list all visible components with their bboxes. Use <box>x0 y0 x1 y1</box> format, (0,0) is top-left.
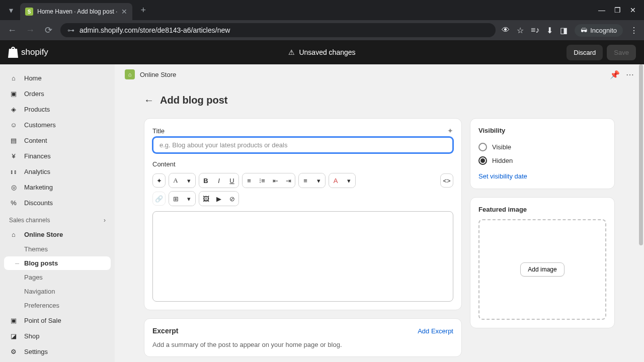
visibility-title: Visibility <box>478 127 606 134</box>
warning-icon: ⚠ <box>288 48 295 56</box>
shopify-logo[interactable]: shopify <box>8 47 48 58</box>
sidebar-item-finances[interactable]: ¥Finances <box>4 148 111 163</box>
bullet-list-button[interactable]: ≡ <box>243 173 256 188</box>
sidebar-subitem-navigation[interactable]: Navigation <box>4 285 111 298</box>
sidebar-item-online-store[interactable]: ⌂Online Store <box>4 227 111 242</box>
text-color-button[interactable]: A <box>329 173 342 188</box>
tab-title: Home Haven · Add blog post · <box>37 8 117 15</box>
finances-icon: ¥ <box>9 151 18 160</box>
incognito-badge[interactable]: 🕶 Incognito <box>575 24 623 37</box>
sidebar-item-content[interactable]: ▤Content <box>4 133 111 148</box>
site-info-icon[interactable]: ⊶ <box>67 26 74 34</box>
excerpt-title: Excerpt <box>152 327 178 335</box>
paragraph-style-button[interactable]: A <box>169 173 182 188</box>
sidebar-item-customers[interactable]: ☺Customers <box>4 117 111 132</box>
sidebar-item-analytics[interactable]: ⫾⫾Analytics <box>4 164 111 179</box>
discounts-icon: % <box>9 198 18 207</box>
kebab-menu-icon[interactable]: ⋮ <box>630 26 638 35</box>
pin-icon[interactable]: 📌 <box>610 70 620 79</box>
content-icon: ▤ <box>9 136 18 145</box>
content-editor[interactable] <box>152 211 453 302</box>
browser-tab[interactable]: S Home Haven · Add blog post · ✕ <box>20 3 132 20</box>
sidebar-item-pos[interactable]: ▣Point of Sale <box>4 313 111 328</box>
incognito-icon: 🕶 <box>581 27 587 34</box>
paragraph-style-dropdown[interactable]: ▾ <box>182 173 195 188</box>
sidebar-subitem-blog-posts[interactable]: Blog posts <box>4 256 111 270</box>
back-icon[interactable]: ← <box>6 25 18 36</box>
close-window-icon[interactable]: ✕ <box>630 6 636 14</box>
breadcrumb-text: Online Store <box>140 71 176 78</box>
title-input[interactable] <box>152 137 453 153</box>
indent-button[interactable]: ⇥ <box>282 173 295 188</box>
star-icon[interactable]: ☆ <box>517 26 524 35</box>
sidebar-item-discounts[interactable]: %Discounts <box>4 195 111 210</box>
store-icon: ⌂ <box>9 230 18 239</box>
side-panel-icon[interactable]: ◨ <box>560 26 568 35</box>
sidebar-item-marketing[interactable]: ◎Marketing <box>4 179 111 195</box>
add-image-button[interactable]: Add image <box>520 262 564 277</box>
visibility-hidden-radio[interactable]: Hidden <box>478 154 606 167</box>
set-visibility-date-link[interactable]: Set visibility date <box>478 172 527 180</box>
sidebar-subitem-pages[interactable]: Pages <box>4 270 111 284</box>
chevron-right-icon[interactable]: › <box>104 217 106 224</box>
forward-icon[interactable]: → <box>24 25 36 36</box>
window-controls: — ❐ ✕ <box>598 6 640 14</box>
video-button[interactable]: ▶ <box>212 192 225 206</box>
maximize-icon[interactable]: ❐ <box>614 6 621 14</box>
clear-format-button[interactable]: ⊘ <box>225 192 238 206</box>
sidebar-item-orders[interactable]: ▣Orders <box>4 86 111 101</box>
sidebar-subitem-themes[interactable]: Themes <box>4 242 111 256</box>
browser-toolbar: ← → ⟳ ⊶ admin.shopify.com/store/de8143-a… <box>0 20 644 40</box>
sparkle-icon[interactable]: ✦ <box>447 127 453 135</box>
link-button[interactable]: 🔗 <box>152 192 166 206</box>
sidebar-subitem-preferences[interactable]: Preferences <box>4 299 111 312</box>
discard-button[interactable]: Discard <box>567 45 603 60</box>
number-list-button[interactable]: ⁝≡ <box>256 173 269 188</box>
back-arrow-icon[interactable]: ← <box>144 95 154 106</box>
minimize-icon[interactable]: — <box>598 6 605 14</box>
editor-toolbar-row2: 🔗 ⊞ ▾ 🖼 ▶ ⊘ <box>152 191 453 209</box>
analytics-icon: ⫾⫾ <box>9 167 18 176</box>
download-icon[interactable]: ⬇ <box>546 26 553 35</box>
outdent-button[interactable]: ⇤ <box>269 173 282 188</box>
sidebar-item-products[interactable]: ◈Products <box>4 102 111 117</box>
tab-list-dropdown[interactable]: ▾ <box>4 3 18 17</box>
table-button[interactable]: ⊞ <box>169 192 182 206</box>
new-tab-button[interactable]: + <box>136 3 150 18</box>
save-button[interactable]: Save <box>607 45 636 60</box>
image-button[interactable]: 🖼 <box>199 192 212 206</box>
reload-icon[interactable]: ⟳ <box>42 25 54 36</box>
italic-button[interactable]: I <box>212 173 225 188</box>
address-bar[interactable]: ⊶ admin.shopify.com/store/de8143-a6/arti… <box>60 23 496 37</box>
shop-icon: ◪ <box>9 331 18 340</box>
title-label: Title ✦ <box>152 127 453 135</box>
text-color-dropdown[interactable]: ▾ <box>342 173 355 188</box>
sidebar-item-home[interactable]: ⌂Home <box>4 70 111 85</box>
visibility-visible-radio[interactable]: Visible <box>478 140 606 154</box>
app-header: shopify ⚠ Unsaved changes Discard Save <box>0 40 644 64</box>
sidebar-section-sales-channels: Sales channels › <box>4 211 111 227</box>
playlist-icon[interactable]: ≡♪ <box>531 26 539 35</box>
eye-off-icon[interactable]: 👁 <box>502 26 510 35</box>
store-favicon: ⌂ <box>125 69 135 79</box>
sidebar-item-settings[interactable]: ⚙Settings <box>4 344 111 359</box>
code-view-button[interactable]: <> <box>440 173 453 188</box>
shopify-bag-icon <box>8 47 18 58</box>
ai-assist-button[interactable]: ✦ <box>152 173 166 188</box>
bold-button[interactable]: B <box>199 173 212 188</box>
underline-button[interactable]: U <box>225 173 238 188</box>
breadcrumb: ⌂ Online Store 📌 ⋯ <box>115 64 644 84</box>
table-dropdown[interactable]: ▾ <box>182 192 195 206</box>
close-tab-icon[interactable]: ✕ <box>121 8 127 16</box>
editor-toolbar: ✦ A ▾ B I U ≡ <box>152 170 453 191</box>
scrollbar-thumb[interactable] <box>639 64 643 245</box>
sidebar-item-shop[interactable]: ◪Shop <box>4 328 111 343</box>
add-excerpt-link[interactable]: Add Excerpt <box>418 327 453 335</box>
title-content-card: Title ✦ Content ✦ A ▾ <box>144 118 462 310</box>
align-button[interactable]: ≡ <box>299 173 312 188</box>
unsaved-changes-badge: ⚠ Unsaved changes <box>288 48 355 56</box>
more-icon[interactable]: ⋯ <box>626 70 634 79</box>
sidebar: ⌂Home ▣Orders ◈Products ☺Customers ▤Cont… <box>0 64 115 362</box>
image-drop-zone[interactable]: Add image <box>478 219 606 320</box>
align-dropdown[interactable]: ▾ <box>312 173 325 188</box>
